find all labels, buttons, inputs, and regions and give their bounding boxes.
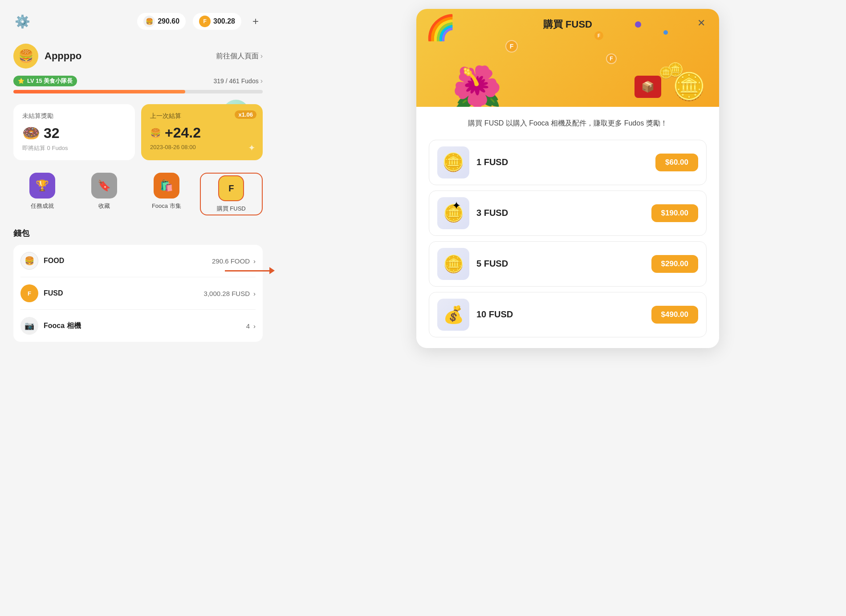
camera-wallet-right: 4 ›: [246, 322, 256, 330]
settings-button[interactable]: ⚙️: [13, 12, 31, 30]
progress-bar: [13, 90, 263, 93]
wallet-section: 錢包 🍔 FOOD 290.6 FOOD › F FUSD: [13, 228, 263, 342]
product-3fusd-left: 🪙 ✦ 3 FUSD: [437, 197, 508, 229]
last-value: 🍔 +24.2: [150, 125, 254, 141]
product-item-5fusd[interactable]: 🪙 5 FUSD $290.00: [429, 241, 707, 287]
tasks-icon: 🏆: [29, 173, 55, 199]
quick-actions: 🏆 任務成就 🔖 收藏 🛍️ Fooca 市集 F 購買 FUSD: [13, 173, 263, 215]
chevron-right-icon-level: ›: [260, 77, 263, 85]
action-buy-fusd[interactable]: F 購買 FUSD: [200, 173, 263, 215]
character-mascot: 🌺: [452, 67, 502, 107]
buy-10fusd-button[interactable]: $490.00: [651, 306, 698, 324]
modal-title: 購買 FUSD: [543, 18, 592, 31]
product-item-10fusd[interactable]: 💰 10 FUSD $490.00: [429, 292, 707, 337]
wallet-item-camera[interactable]: 📷 Fooca 相機 4 ›: [20, 310, 256, 342]
f-coin-1: F: [505, 40, 518, 53]
buy-fusd-label: 購買 FUSD: [217, 205, 246, 213]
left-panel: ⚙️ 🍔 290.60 F 300.28 + 🍔 Appppo: [0, 0, 276, 616]
header-balances: 🍔 290.60 F 300.28 +: [137, 13, 263, 30]
product-list: 🪙 1 FUSD $60.00 🪙 ✦: [429, 140, 707, 337]
product-1fusd-left: 🪙 1 FUSD: [437, 146, 508, 178]
modal-banner: 購買 FUSD ✕ 🌈 🌺 🪙 🪙 🪙 F F F: [416, 9, 719, 107]
collect-icon: 🔖: [91, 173, 117, 199]
wallet-item-fusd[interactable]: F FUSD 3,000.28 FUSD ›: [20, 277, 256, 310]
fusd-wallet-name: FUSD: [44, 289, 63, 297]
fusd-balance: F 300.28: [193, 13, 241, 30]
add-balance-button[interactable]: +: [248, 14, 263, 28]
last-date: 2023-08-26 08:00: [150, 144, 254, 150]
product-3fusd-icon: 🪙 ✦: [437, 197, 469, 229]
product-3fusd-name: 3 FUSD: [476, 208, 508, 218]
product-1fusd-name: 1 FUSD: [476, 157, 508, 167]
star-icon: ⭐: [18, 78, 24, 84]
modal-title-bar: 購買 FUSD ✕: [416, 9, 719, 40]
camera-wallet-name: Fooca 相機: [44, 321, 81, 331]
fusd-wallet-right: 3,000.28 FUSD ›: [204, 290, 256, 297]
food-wallet-name: FOOD: [44, 257, 64, 265]
f-coin-2: F: [606, 53, 617, 64]
camera-wallet-icon: 📷: [20, 317, 38, 335]
profile-section: 🍔 Appppo 前往個人頁面 ›: [13, 44, 263, 69]
last-settlement-card: x1.06 上一次結算 🍔 +24.2 2023-08-26 08:00 ✦: [141, 104, 263, 160]
wallet-food-left: 🍔 FOOD: [20, 252, 64, 270]
avatar: 🍔: [13, 44, 38, 69]
food-wallet-icon: 🍔: [20, 252, 38, 270]
buy-1fusd-button[interactable]: $60.00: [655, 154, 698, 171]
cards-row: ✸ 未結算獎勵 🍩 32 即將結算 0 Fudos x1.06 上一次結算 🍔 …: [13, 104, 263, 160]
product-5fusd-name: 5 FUSD: [476, 259, 508, 269]
chevron-right-icon: ›: [260, 52, 263, 60]
pending-label: 未結算獎勵: [22, 112, 126, 120]
product-10fusd-name: 10 FUSD: [476, 309, 513, 320]
tasks-label: 任務成就: [31, 202, 54, 210]
product-1fusd-icon: 🪙: [437, 146, 469, 178]
profile-link[interactable]: 前往個人頁面 ›: [216, 52, 263, 61]
fusd-icon-header: F: [199, 16, 211, 27]
product-5fusd-icon: 🪙: [437, 248, 469, 280]
product-5fusd-left: 🪙 5 FUSD: [437, 248, 508, 280]
market-label: Fooca 市集: [152, 202, 181, 210]
market-icon: 🛍️: [154, 173, 179, 199]
multiplier-badge: x1.06: [235, 110, 256, 119]
food-balance: 🍔 290.60: [137, 13, 186, 30]
product-item-3fusd[interactable]: 🪙 ✦ 3 FUSD $190.00: [429, 190, 707, 236]
gear-icon: ⚙️: [15, 14, 30, 29]
header: ⚙️ 🍔 290.60 F 300.28 +: [13, 12, 263, 30]
food-wallet-right: 290.6 FOOD ›: [212, 257, 256, 265]
action-market[interactable]: 🛍️ Fooca 市集: [138, 173, 195, 215]
pending-rewards-card: 未結算獎勵 🍩 32 即將結算 0 Fudos: [13, 104, 135, 160]
purple-dot: [635, 21, 641, 28]
wallet-camera-left: 📷 Fooca 相機: [20, 317, 81, 335]
pending-sub: 即將結算 0 Fudos: [22, 144, 126, 152]
action-collect[interactable]: 🔖 收藏: [76, 173, 134, 215]
close-modal-button[interactable]: ✕: [694, 16, 708, 30]
buy-fusd-icon: F: [218, 175, 244, 201]
rainbow-icon: 🌈: [425, 13, 456, 42]
fusd-wallet-icon: F: [20, 284, 38, 302]
food-icon: 🍔: [143, 16, 155, 27]
profile-left: 🍔 Appppo: [13, 44, 81, 69]
treasure-box: 📦: [634, 76, 661, 98]
arrow-connector: [225, 267, 275, 274]
chevron-right-fusd: ›: [253, 290, 256, 297]
blue-dot: [663, 30, 668, 35]
right-panel: 購買 FUSD ✕ 🌈 🌺 🪙 🪙 🪙 F F F: [276, 0, 846, 616]
buy-fusd-modal: 購買 FUSD ✕ 🌈 🌺 🪙 🪙 🪙 F F F: [416, 9, 719, 348]
level-progress[interactable]: 319 / 461 Fudos ›: [213, 77, 263, 85]
pending-value: 🍩 32: [22, 125, 126, 142]
level-section: ⭐ LV 15 美食小隊長 319 / 461 Fudos ›: [13, 76, 263, 93]
chevron-right-camera: ›: [253, 322, 256, 330]
collect-label: 收藏: [98, 202, 110, 210]
profile-name: Appppo: [45, 50, 81, 62]
action-tasks[interactable]: 🏆 任務成就: [13, 173, 71, 215]
wallet-fusd-left: F FUSD: [20, 284, 63, 302]
buy-3fusd-button[interactable]: $190.00: [651, 204, 698, 222]
buy-5fusd-button[interactable]: $290.00: [651, 255, 698, 273]
level-badge: ⭐ LV 15 美食小隊長: [13, 76, 77, 86]
chevron-right-food: ›: [253, 257, 256, 265]
progress-bar-fill: [13, 90, 185, 93]
wallet-list: 🍔 FOOD 290.6 FOOD › F FUSD 3,000.28 FUSD: [13, 245, 263, 342]
sparkle-icon: ✦: [248, 142, 256, 153]
wallet-item-food[interactable]: 🍔 FOOD 290.6 FOOD ›: [20, 245, 256, 277]
product-item-1fusd[interactable]: 🪙 1 FUSD $60.00: [429, 140, 707, 185]
modal-body: 購買 FUSD 以購入 Fooca 相機及配件，賺取更多 Fudos 獎勵！ 🪙…: [416, 107, 719, 348]
